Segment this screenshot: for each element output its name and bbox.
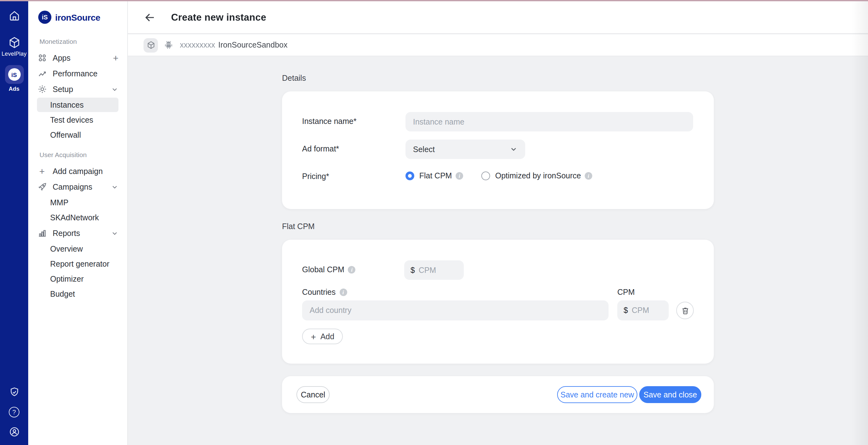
- sidebar-item-mmp[interactable]: MMP: [37, 195, 119, 210]
- account-button[interactable]: [8, 426, 20, 438]
- sidebar-item-label: Offerwall: [50, 131, 81, 139]
- sidebar-item-budget[interactable]: Budget: [37, 287, 119, 301]
- plus-icon: +: [311, 332, 316, 341]
- back-button[interactable]: [144, 11, 155, 23]
- global-cpm-input[interactable]: [418, 266, 458, 274]
- sidebar-item-label: Setup: [53, 85, 73, 94]
- save-and-create-new-button[interactable]: Save and create new: [557, 386, 638, 403]
- performance-chart-icon: [37, 69, 47, 78]
- app-name: IronSourceSandbox: [218, 41, 288, 49]
- main-content: Details Instance name* Ad format* Select…: [128, 56, 868, 445]
- page-title: Create new instance: [171, 11, 266, 23]
- optimized-info-icon[interactable]: i: [585, 172, 592, 180]
- brand-logo[interactable]: iS ironSource: [28, 1, 127, 24]
- global-cpm-label: Global CPMi: [302, 265, 356, 274]
- sidebar-item-label: SKAdNetwork: [50, 213, 99, 222]
- sidebar-item-optimizer[interactable]: Optimizer: [37, 272, 119, 286]
- footer-actions-card: Cancel Save and create new Save and clos…: [282, 376, 714, 413]
- home-icon: [8, 10, 20, 21]
- cpm-column-label: CPM: [617, 288, 635, 297]
- sidebar-item-label: Report generator: [50, 260, 110, 268]
- chevron-down-icon: [111, 183, 119, 191]
- help-button[interactable]: ?: [9, 407, 20, 417]
- chevron-down-icon: [111, 85, 119, 93]
- currency-prefix: $: [624, 306, 628, 315]
- nav-rail: LevelPlay iS Ads ?: [0, 1, 28, 445]
- sidebar-item-setup[interactable]: Setup: [37, 81, 119, 97]
- add-country-input[interactable]: [302, 300, 609, 320]
- bar-chart-icon: [37, 228, 47, 238]
- collapse-setup-button[interactable]: [111, 85, 119, 93]
- save-and-close-button[interactable]: Save and close: [639, 386, 701, 403]
- flat-cpm-radio[interactable]: [405, 171, 414, 180]
- sidebar-item-reports[interactable]: Reports: [37, 225, 119, 241]
- collapse-reports-button[interactable]: [111, 229, 119, 237]
- flat-cpm-section-title: Flat CPM: [282, 222, 315, 231]
- details-card: Instance name* Ad format* Select Pricing…: [282, 91, 714, 209]
- collapse-campaigns-button[interactable]: [111, 183, 119, 191]
- section-header-user-acquisition: User Acquisition: [39, 151, 119, 158]
- sidebar-item-campaigns[interactable]: Campaigns: [37, 179, 119, 195]
- sidebar-item-apps[interactable]: Apps +: [37, 50, 119, 66]
- sidebar-item-test-devices[interactable]: Test devices: [37, 113, 119, 127]
- delete-country-row-button[interactable]: [676, 302, 694, 319]
- countries-label: Countriesi: [302, 288, 347, 297]
- app-tile[interactable]: [144, 38, 158, 52]
- ironsource-logo-icon: iS: [8, 68, 20, 81]
- chevron-down-icon: [111, 229, 119, 237]
- cube-icon: [146, 41, 155, 49]
- sidebar-item-overview[interactable]: Overview: [37, 242, 119, 256]
- sidebar-item-label: Overview: [50, 244, 83, 253]
- sidebar-item-performance[interactable]: Performance: [37, 66, 119, 81]
- app-window: LevelPlay iS Ads ?: [0, 0, 868, 445]
- ad-format-select[interactable]: Select: [405, 140, 525, 159]
- add-button-label: Add: [320, 332, 334, 341]
- sidebar-item-skadnetwork[interactable]: SKAdNetwork: [37, 210, 119, 225]
- rail-item-ads-selected[interactable]: iS Ads: [5, 65, 24, 92]
- rail-item-levelplay[interactable]: LevelPlay: [2, 36, 27, 57]
- optimized-radio[interactable]: [481, 171, 490, 180]
- privacy-shield-button[interactable]: [8, 387, 20, 398]
- page-header: Create new instance: [128, 1, 868, 34]
- global-cpm-info-icon[interactable]: i: [348, 266, 356, 274]
- home-button[interactable]: [8, 10, 20, 21]
- sidebar-nav: Monetization Apps + P: [28, 38, 127, 301]
- android-platform-icon: [163, 40, 174, 50]
- sidebar-item-offerwall[interactable]: Offerwall: [37, 128, 119, 142]
- flat-cpm-radio-label: Flat CPM: [419, 171, 452, 180]
- optimized-radio-label: Optimized by ironSource: [495, 171, 581, 180]
- arrow-left-icon: [144, 11, 155, 23]
- sidebar-item-label: Add campaign: [53, 167, 103, 176]
- flat-cpm-info-icon[interactable]: i: [456, 172, 463, 180]
- trash-icon: [681, 306, 689, 314]
- brand-name: ironSource: [55, 12, 100, 22]
- section-header-monetization: Monetization: [39, 38, 119, 45]
- global-cpm-field: $: [404, 260, 464, 280]
- sidebar-item-label: Campaigns: [53, 182, 92, 191]
- help-icon: ?: [9, 407, 20, 417]
- rail-bottom-group: ?: [8, 387, 20, 438]
- cancel-button[interactable]: Cancel: [297, 386, 330, 403]
- sidebar-item-add-campaign[interactable]: + Add campaign: [37, 163, 119, 179]
- plus-icon: +: [113, 53, 119, 63]
- add-app-button[interactable]: +: [113, 53, 119, 63]
- country-cpm-field: $: [617, 300, 669, 320]
- instance-name-input[interactable]: [405, 112, 693, 131]
- sidebar-item-label: Apps: [53, 54, 70, 62]
- sidebar-item-label: Budget: [50, 289, 75, 298]
- flat-cpm-card: Global CPMi $ Countriesi CPM $ +: [282, 240, 714, 364]
- rail-item-label: Ads: [9, 86, 20, 92]
- country-cpm-input[interactable]: [632, 306, 662, 315]
- sidebar-item-label: Instances: [50, 100, 84, 109]
- countries-info-icon[interactable]: i: [339, 288, 347, 296]
- sidebar-item-label: MMP: [50, 198, 68, 207]
- rail-item-label: LevelPlay: [2, 51, 27, 57]
- sidebar-item-report-generator[interactable]: Report generator: [37, 256, 119, 271]
- currency-prefix: $: [410, 266, 415, 274]
- ad-format-label: Ad format*: [302, 145, 339, 153]
- sidebar-item-instances[interactable]: Instances: [37, 98, 119, 112]
- sidebar-item-label: Optimizer: [50, 274, 84, 283]
- instance-name-label: Instance name*: [302, 117, 356, 126]
- ads-tile: iS: [5, 65, 24, 84]
- add-country-row-button[interactable]: + Add: [302, 329, 343, 344]
